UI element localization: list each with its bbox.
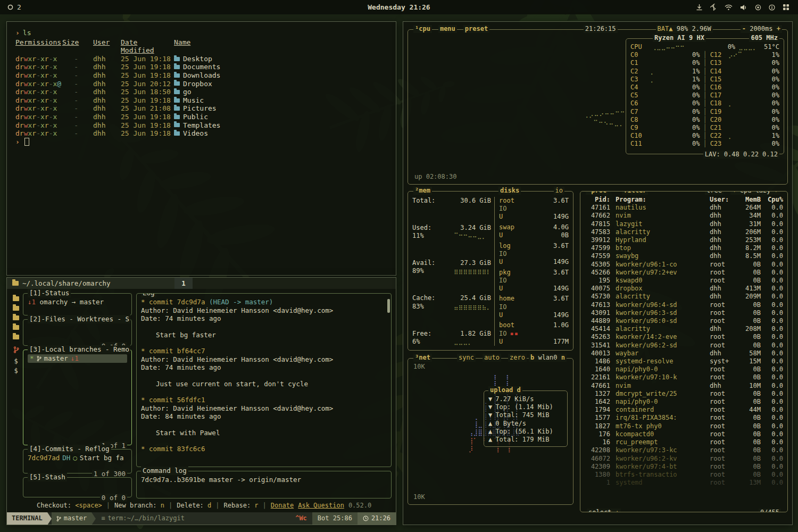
process-row[interactable]: 45263 kworker/14:2-eve root 0B 0.0: [585, 333, 783, 341]
keybinding[interactable]: Delete: d: [177, 502, 219, 510]
git-file-icon[interactable]: [13, 346, 19, 355]
next-iface-key[interactable]: n: [561, 354, 565, 361]
process-row[interactable]: 47583 alacritty dhh 206M 0.0: [585, 228, 783, 236]
commit-row[interactable]: 7dc9d7ad DH ○ Start bg fa: [28, 454, 127, 462]
prompt-line-empty[interactable]: ›: [15, 138, 387, 146]
process-row[interactable]: 1327 dmcrypt_write/25 root 0B 0.0: [585, 390, 783, 398]
record-icon[interactable]: [755, 4, 761, 11]
disks-label[interactable]: disks: [498, 187, 521, 195]
cpu-box[interactable]: ¹cpu menu preset 21:26:15 BAT▲ 98% 2.96W…: [408, 29, 788, 185]
folder-icon[interactable]: [13, 296, 19, 301]
tree-toggle[interactable]: tree: [705, 191, 724, 195]
header-user[interactable]: User:: [710, 196, 736, 204]
menu-button[interactable]: menu: [438, 25, 457, 33]
interval-decrease-button[interactable]: -: [742, 25, 746, 32]
process-row[interactable]: 1827 mt76-tx phy0 root 0B 0.0: [585, 422, 783, 430]
process-row[interactable]: 1380 btrfs-transactio root 0B 0.0: [585, 471, 783, 479]
folder-icon[interactable]: [13, 325, 19, 330]
process-row[interactable]: 1 systemd root 13M 0.0: [585, 479, 783, 487]
header-mem[interactable]: MemB: [736, 196, 761, 204]
process-row[interactable]: 40013 waybar dhh 58M 0.0: [585, 350, 783, 358]
donate-link[interactable]: Donate: [271, 502, 294, 510]
apps-icon[interactable]: [783, 4, 789, 11]
process-row[interactable]: 195 kswapd0 root 0B 0.0: [585, 277, 783, 285]
script-file[interactable]: $: [14, 358, 18, 365]
process-row[interactable]: 31541 kworker/u96:2-sd root 0B 0.0: [585, 342, 783, 350]
process-row[interactable]: 47662 nvim dhh 34M 0.0: [585, 212, 783, 220]
sort-next-icon[interactable]: ›: [775, 191, 778, 194]
terminal-window-ls[interactable]: › ls Permissions Size User Date Modified…: [6, 21, 396, 276]
header-program[interactable]: Program:: [616, 196, 710, 204]
process-row[interactable]: 47559 swaybg dhh 8.5M 0.0: [585, 252, 783, 260]
process-row[interactable]: 47815 lazygit dhh 31M 0.0: [585, 220, 783, 228]
keybinding[interactable]: New branch: n: [114, 502, 172, 510]
workspace-icon[interactable]: [7, 4, 13, 10]
down-arrow-icon[interactable]: ↓: [616, 509, 619, 512]
process-row[interactable]: 47599 btop dhh 8.2M 0.0: [585, 244, 783, 252]
memory-box[interactable]: ²mem disks io Total:30.6 GiB Used:3.24 G…: [408, 191, 573, 351]
process-row[interactable]: 176 kcompactd0 root 0B 0.0: [585, 430, 783, 438]
net-interface[interactable]: b wlan0 n: [529, 354, 567, 362]
network-box[interactable]: ³net sync auto zero b wlan0 n 10K 10K ⠀⠀…: [408, 358, 573, 505]
process-row[interactable]: 42208 kworker/u97:3-kc root 0B 0.0: [585, 446, 783, 454]
keybinding[interactable]: Rebase: r: [224, 502, 267, 510]
preset-button[interactable]: preset: [463, 25, 489, 33]
process-row[interactable]: 45266 kworker/u97:2+ev root 0B 0.0: [585, 269, 783, 277]
ask-question-link[interactable]: Ask Question: [298, 502, 344, 510]
files-panel[interactable]: [2]-Files - Worktrees - S 0 of 0: [23, 319, 132, 346]
proc-box-label[interactable]: ⁴proc: [586, 191, 608, 195]
log-panel[interactable]: Log * commit 7dc9d7a (HEAD -> master) Au…: [136, 293, 392, 467]
wifi-icon[interactable]: [725, 4, 733, 11]
net-zero-button[interactable]: zero: [508, 354, 527, 362]
io-toggle[interactable]: io: [554, 187, 564, 195]
commits-panel[interactable]: [4]-Commits - Reflog 7dc9d7ad DH ○ Start…: [23, 449, 132, 473]
script-file[interactable]: $: [14, 368, 18, 375]
process-row[interactable]: 46072 kworker/u96:2-kv root 0B 0.0: [585, 455, 783, 463]
stash-panel[interactable]: [5]-Stash 0 of 0: [23, 477, 132, 497]
about-icon[interactable]: [769, 4, 775, 11]
folder-icon[interactable]: [13, 335, 19, 339]
sort-prev-icon[interactable]: ‹: [732, 191, 736, 194]
volume-icon[interactable]: [740, 4, 747, 11]
process-row[interactable]: 16 rcu_preempt root 0B 0.0: [585, 438, 783, 446]
process-row[interactable]: 39912 Hyprland dhh 253M 0.0: [585, 236, 783, 244]
process-row[interactable]: 45414 alacritty dhh 208M 0.0: [585, 325, 783, 333]
terminal-window-btop[interactable]: ¹cpu menu preset 21:26:15 BAT▲ 98% 2.96W…: [403, 21, 793, 525]
mem-box-label[interactable]: ²mem: [413, 187, 432, 195]
net-auto-button[interactable]: auto: [483, 354, 501, 362]
cpu-box-label[interactable]: ¹cpu: [413, 25, 432, 33]
sort-selector[interactable]: ‹ cpu lazy ›: [730, 191, 780, 195]
prev-iface-key[interactable]: b: [530, 354, 534, 361]
process-box[interactable]: ⁴proc filter tree ‹ cpu lazy › Pid: Prog…: [580, 191, 788, 512]
branch-row-selected[interactable]: * master ↓1: [28, 354, 127, 363]
bluetooth-icon[interactable]: [710, 4, 717, 11]
workspace-number[interactable]: 2: [17, 3, 21, 11]
net-box-label[interactable]: ³net: [413, 354, 432, 362]
tab-1[interactable]: 1: [174, 278, 193, 289]
process-row[interactable]: 47661 nvim dhh 10M 0.0: [585, 382, 783, 390]
process-row[interactable]: 47613 kworker/u96:4-sd root 0B 0.0: [585, 301, 783, 309]
process-row[interactable]: 1486 systemd-resolve syst+ 15M 0.0: [585, 358, 783, 365]
header-pid[interactable]: Pid:: [585, 196, 610, 204]
filter-button[interactable]: filter: [622, 191, 648, 195]
process-row[interactable]: 40075 dropbox dhh 413M 0.0: [585, 285, 783, 293]
process-row[interactable]: 1640 napi/phy0-0 root 0B 0.0: [585, 365, 783, 373]
select-control[interactable]: select ↓: [587, 509, 621, 512]
process-row[interactable]: 42309 kworker/u97:4-bt root 0B 0.0: [585, 463, 783, 471]
branches-panel[interactable]: [3]-Local branches - Remo * master ↓1 1 …: [23, 350, 132, 445]
keybinding[interactable]: Checkout: <space>: [37, 502, 110, 510]
net-sync-button[interactable]: sync: [457, 354, 476, 362]
process-row[interactable]: 1794 containerd root 44M 0.0: [585, 406, 783, 414]
tabline-path[interactable]: ~/.local/share/omarchy: [7, 278, 174, 289]
terminal-window-lazygit[interactable]: ~/.local/share/omarchy 1 $ $: [6, 277, 396, 525]
folder-icon[interactable]: [13, 306, 19, 311]
process-row[interactable]: 45730 alacritty dhh 209M 0.0: [585, 293, 783, 301]
process-row[interactable]: 47161 nautilus dhh 264M 0.0: [585, 204, 783, 212]
status-panel[interactable]: [1]-Status ↓1 omarchy → master: [23, 293, 132, 315]
header-cpu[interactable]: Cpu%: [761, 196, 783, 204]
process-row[interactable]: 43091 kworker/u96:3-sd root 0B 0.0: [585, 309, 783, 317]
process-row[interactable]: 1577 irq/81-PIXA3854: root 0B 0.0: [585, 414, 783, 422]
updates-icon[interactable]: [696, 4, 703, 11]
status-row[interactable]: ↓1 omarchy → master: [28, 298, 127, 306]
folder-icon[interactable]: [13, 315, 19, 320]
